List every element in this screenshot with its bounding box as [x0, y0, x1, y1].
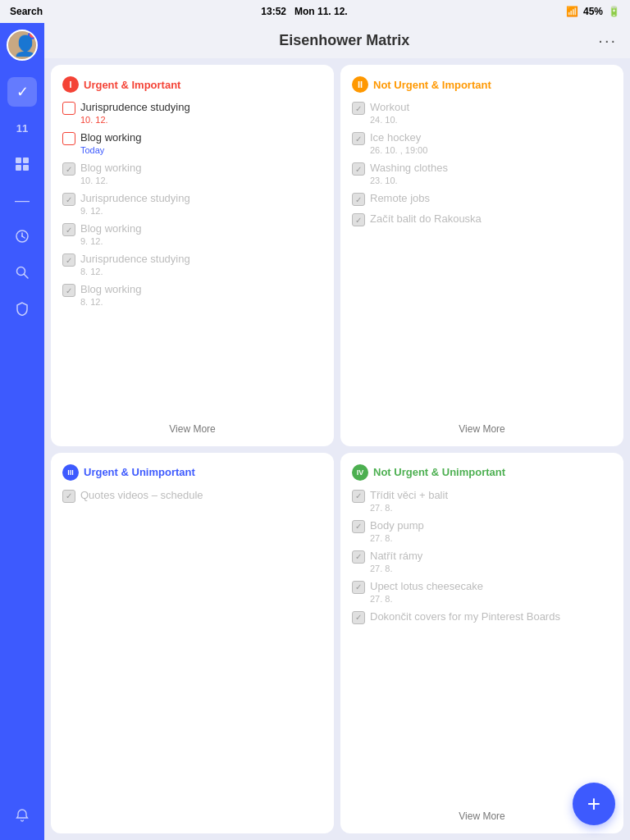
task-date: 10. 12. [80, 176, 322, 185]
list-item: Třídit věci + balit 27. 8. [352, 489, 612, 513]
task-checkbox[interactable] [352, 581, 365, 594]
list-item: Blog working Today [62, 131, 322, 155]
task-date: 9. 12. [80, 206, 322, 216]
list-item: Body pump 27. 8. [352, 519, 612, 543]
q4-title: Not Urgent & Unimportant [373, 466, 505, 478]
task-checkbox[interactable] [352, 132, 365, 145]
task-checkbox[interactable] [62, 162, 75, 176]
task-date: 27. 8. [370, 533, 612, 543]
task-checkbox[interactable] [62, 102, 75, 115]
sidebar-item-calendar[interactable]: 11 [7, 113, 37, 143]
q2-view-more[interactable]: View More [352, 423, 612, 435]
task-name: Blog working [80, 162, 141, 176]
app-container: ✓ 11 — [0, 23, 630, 840]
task-checkbox[interactable] [62, 193, 75, 206]
sidebar-item-tasks[interactable]: ✓ [7, 77, 37, 107]
task-checkbox[interactable] [352, 611, 365, 624]
task-date: Today [80, 145, 322, 155]
task-checkbox[interactable] [62, 253, 75, 267]
list-item: Jurisprudence studying 8. 12. [62, 253, 322, 276]
task-name: Třídit věci + balit [370, 489, 448, 503]
task-date: 27. 8. [370, 594, 612, 604]
q4-view-more[interactable]: View More [352, 810, 612, 822]
svg-line-6 [22, 236, 25, 238]
list-item: Quotes videos – schedule [62, 489, 322, 503]
q2-badge: II [352, 76, 368, 93]
list-item: Začít balit do Rakouska [352, 212, 612, 226]
content-area: Eisenhower Matrix ··· I Urgent & Importa… [44, 23, 630, 840]
quadrant-urgent-unimportant: III Urgent & Unimportant Quotes videos –… [51, 453, 334, 834]
list-item: Dokončit covers for my Pinterest Boards [352, 610, 612, 624]
battery-status: 45% [583, 6, 603, 17]
task-name: Blog working [80, 283, 141, 297]
status-bar: Search 13:52 Mon 11. 12. 📶 45% 🔋 [0, 0, 630, 23]
quadrant-not-urgent-unimportant: IV Not Urgent & Unimportant Třídit věci … [340, 453, 623, 834]
task-checkbox[interactable] [352, 162, 365, 176]
task-checkbox[interactable] [352, 520, 365, 533]
task-checkbox[interactable] [62, 223, 75, 236]
search-label: Search [10, 6, 43, 17]
list-item: Blog working 10. 12. [62, 162, 322, 185]
task-checkbox[interactable] [352, 550, 365, 564]
task-date: 10. 12. [80, 115, 322, 125]
task-checkbox[interactable] [62, 132, 75, 145]
svg-line-8 [25, 275, 29, 279]
sidebar: ✓ 11 — [0, 23, 44, 840]
battery-icon: 🔋 [608, 6, 620, 17]
q3-header: III Urgent & Unimportant [62, 464, 322, 481]
page-title: Eisenhower Matrix [90, 32, 598, 49]
matrix-grid: I Urgent & Important Jurisprudence study… [44, 58, 630, 840]
status-time-date: 13:52 Mon 11. 12. [261, 6, 347, 17]
task-name: Jurisprudence studying [80, 101, 190, 115]
add-task-button[interactable]: + [573, 783, 615, 825]
task-name: Jurisprudence studying [80, 192, 190, 206]
task-name: Remote jobs [370, 192, 430, 206]
task-checkbox[interactable] [352, 102, 365, 115]
sidebar-item-divider[interactable]: — [7, 185, 37, 215]
task-checkbox[interactable] [352, 213, 365, 226]
q4-badge: IV [352, 464, 368, 481]
task-checkbox[interactable] [62, 490, 75, 503]
q1-task-list: Jurisprudence studying 10. 12. Blog work… [62, 101, 322, 418]
task-name: Blog working [80, 222, 141, 236]
task-date: 8. 12. [80, 297, 322, 307]
list-item: Natřít rámy 27. 8. [352, 550, 612, 573]
quadrant-urgent-important: I Urgent & Important Jurisprudence study… [51, 65, 334, 446]
list-item: Jurisprudence studying 9. 12. [62, 192, 322, 216]
task-checkbox[interactable] [62, 284, 75, 297]
task-name: Dokončit covers for my Pinterest Boards [370, 610, 560, 624]
q4-header: IV Not Urgent & Unimportant [352, 464, 612, 481]
q3-badge: III [62, 464, 79, 481]
task-date: 26. 10. , 19:00 [370, 145, 612, 155]
avatar[interactable] [7, 30, 38, 61]
task-date: 23. 10. [370, 176, 612, 185]
quadrant-not-urgent-important: II Not Urgent & Important Workout 24. 10… [340, 65, 623, 446]
task-name: Ice hockey [370, 131, 421, 145]
q1-header: I Urgent & Important [62, 76, 322, 93]
task-checkbox[interactable] [352, 193, 365, 206]
q3-title: Urgent & Unimportant [84, 466, 195, 478]
q2-task-list: Workout 24. 10. Ice hockey 26. 10. , 19:… [352, 101, 612, 418]
sidebar-item-clock[interactable] [7, 221, 37, 251]
status-date: Mon 11. 12. [294, 6, 348, 17]
more-options-button[interactable]: ··· [598, 31, 617, 50]
status-left: Search [10, 6, 43, 17]
q1-title: Urgent & Important [84, 79, 180, 91]
task-checkbox[interactable] [352, 490, 365, 503]
sidebar-item-grid[interactable] [7, 149, 37, 179]
sidebar-item-search[interactable] [7, 258, 37, 287]
status-right: 📶 45% 🔋 [566, 6, 620, 17]
task-name: Washing clothes [370, 162, 448, 176]
sidebar-bell-icon[interactable] [15, 808, 30, 827]
sidebar-item-shield[interactable] [7, 294, 37, 323]
q3-task-list: Quotes videos – schedule [62, 489, 322, 823]
list-item: Upect lotus cheesecake 27. 8. [352, 580, 612, 604]
list-item: Blog working 9. 12. [62, 222, 322, 246]
svg-rect-1 [23, 158, 29, 163]
svg-rect-0 [16, 158, 21, 163]
list-item: Ice hockey 26. 10. , 19:00 [352, 131, 612, 155]
task-date: 27. 8. [370, 564, 612, 573]
q1-view-more[interactable]: View More [62, 423, 322, 435]
wifi-icon: 📶 [566, 6, 578, 17]
task-date: 8. 12. [80, 267, 322, 276]
